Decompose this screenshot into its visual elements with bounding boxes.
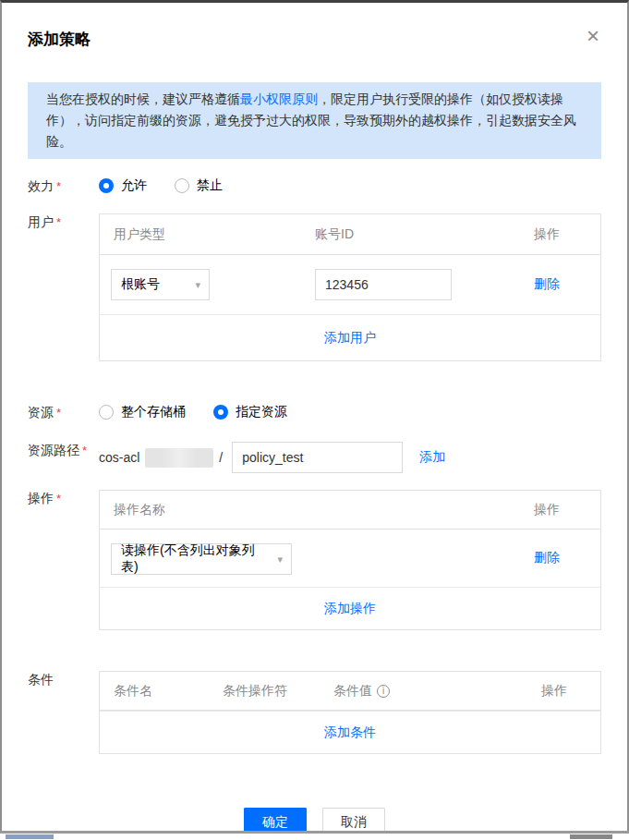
condition-action-header: 操作 [514, 683, 600, 700]
background-page-sliver [0, 834, 629, 840]
dialog-footer: 确定 取消 [28, 808, 601, 831]
condition-table: 条件名 条件操作符 条件值 i 操作 添加条件 [99, 671, 601, 754]
path-separator: / [219, 450, 223, 465]
condition-table-header: 条件名 条件操作符 条件值 i 操作 [100, 672, 600, 711]
effect-label: 效力* [28, 177, 99, 195]
radio-allow[interactable]: 允许 [99, 177, 147, 194]
background-page-fragment [6, 834, 54, 839]
background-page-fragment [570, 834, 612, 839]
required-marker: * [56, 492, 61, 505]
radio-unselected-icon [175, 178, 189, 193]
required-marker: * [56, 215, 61, 229]
condition-row: 条件 条件名 条件操作符 条件值 i 操作 添加条件 [28, 671, 601, 754]
radio-specific-resource[interactable]: 指定资源 [213, 404, 287, 420]
radio-whole-bucket[interactable]: 整个存储桶 [99, 404, 186, 420]
add-user-row: 添加用户 [100, 314, 600, 360]
radio-unselected-icon [99, 405, 114, 420]
operation-table-row: 读操作(不含列出对象列表) ▾ 删除 [100, 530, 600, 587]
user-row: 用户* 用户类型 账号ID 操作 根账号 ▾ [28, 213, 601, 361]
operation-row: 操作* 操作名称 操作 读操作(不含列出对象列表) ▾ [28, 490, 601, 630]
radio-deny[interactable]: 禁止 [175, 177, 223, 194]
bucket-name-prefix: cos-acl [99, 450, 139, 465]
user-type-header: 用户类型 [100, 226, 315, 243]
operation-action-header: 操作 [506, 502, 600, 518]
account-id-header: 账号ID [315, 226, 506, 243]
chevron-down-icon: ▾ [277, 553, 283, 565]
user-table: 用户类型 账号ID 操作 根账号 ▾ [99, 213, 601, 361]
condition-value-header: 条件值 i [320, 683, 514, 700]
redacted-bucket-suffix [145, 448, 213, 468]
add-user-link[interactable]: 添加用户 [324, 330, 376, 347]
account-id-input[interactable] [315, 269, 452, 300]
operation-select[interactable]: 读操作(不含列出对象列表) ▾ [111, 543, 292, 575]
dialog-title: 添加策略 [28, 30, 91, 48]
resource-row: 资源* 整个存储桶 指定资源 [28, 404, 601, 421]
user-type-select[interactable]: 根账号 ▾ [111, 269, 210, 300]
close-icon[interactable]: × [587, 25, 599, 47]
radio-allow-label: 允许 [121, 177, 147, 194]
operation-table: 操作名称 操作 读操作(不含列出对象列表) ▾ 删除 [99, 490, 601, 630]
user-label: 用户* [28, 213, 99, 231]
condition-label: 条件 [28, 671, 99, 688]
user-table-header: 用户类型 账号ID 操作 [100, 214, 600, 255]
page-background: 添加策略 × 当您在授权的时候，建议严格遵循最小权限原则，限定用户执行受限的操作… [0, 0, 629, 840]
radio-specific-resource-label: 指定资源 [236, 404, 287, 420]
confirm-button[interactable]: 确定 [244, 808, 307, 831]
dialog-header: 添加策略 × [28, 29, 601, 49]
radio-selected-icon [99, 178, 114, 193]
least-privilege-link[interactable]: 最小权限原则 [240, 91, 318, 106]
user-type-selected-value: 根账号 [121, 276, 160, 293]
resource-path-input[interactable] [232, 442, 403, 473]
add-operation-row: 添加操作 [100, 587, 600, 629]
info-banner: 当您在授权的时候，建议严格遵循最小权限原则，限定用户执行受限的操作（如仅授权读操… [28, 82, 601, 159]
add-condition-row: 添加条件 [100, 711, 600, 753]
radio-selected-icon [213, 405, 228, 420]
operation-delete-link[interactable]: 删除 [534, 550, 560, 565]
radio-deny-label: 禁止 [197, 177, 223, 194]
cancel-button[interactable]: 取消 [322, 808, 385, 831]
resource-label: 资源* [28, 404, 99, 421]
banner-text-lead: 当您在授权的时候，建议严格遵循 [46, 91, 240, 106]
effect-row: 效力* 允许 禁止 [28, 177, 601, 195]
add-policy-dialog: 添加策略 × 当您在授权的时候，建议严格遵循最小权限原则，限定用户执行受限的操作… [0, 0, 629, 831]
condition-name-header: 条件名 [100, 683, 209, 700]
user-delete-link[interactable]: 删除 [534, 276, 560, 291]
condition-operator-header: 条件操作符 [209, 683, 320, 700]
info-icon[interactable]: i [377, 685, 390, 698]
operation-table-header: 操作名称 操作 [100, 491, 600, 530]
operation-selected-value: 读操作(不含列出对象列表) [121, 542, 265, 576]
resource-path-label: 资源路径* [28, 442, 99, 459]
user-action-header: 操作 [506, 226, 600, 243]
add-condition-link[interactable]: 添加条件 [324, 724, 376, 741]
resource-path-row: 资源路径* cos-acl / 添加 [28, 442, 601, 473]
required-marker: * [82, 444, 87, 457]
chevron-down-icon: ▾ [195, 279, 200, 291]
radio-whole-bucket-label: 整个存储桶 [121, 404, 186, 420]
required-marker: * [56, 179, 61, 193]
operation-name-header: 操作名称 [100, 502, 506, 518]
operation-label: 操作* [28, 490, 99, 507]
required-marker: * [56, 406, 61, 420]
add-operation-link[interactable]: 添加操作 [324, 601, 376, 617]
add-path-link[interactable]: 添加 [419, 449, 445, 466]
user-table-row: 根账号 ▾ 删除 [100, 255, 600, 314]
